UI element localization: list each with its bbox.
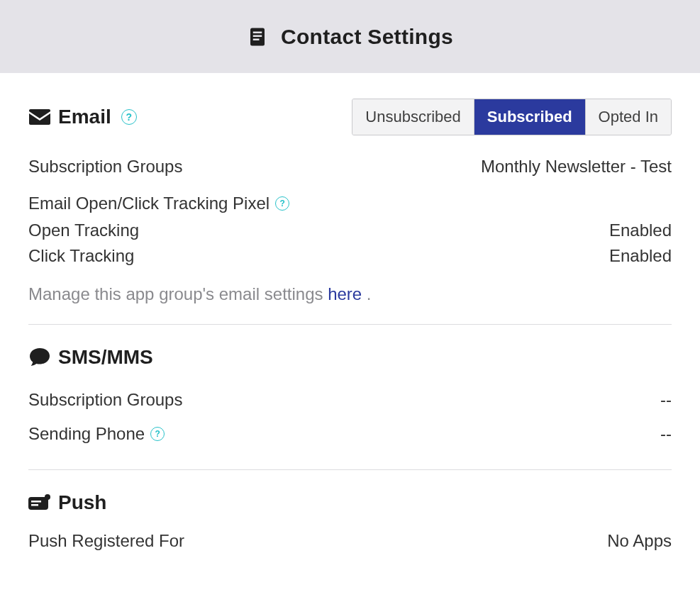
email-subscription-groups-label: Subscription Groups <box>28 157 182 177</box>
segment-unsubscribed[interactable]: Unsubscribed <box>352 99 474 135</box>
sms-section-head: SMS/MMS <box>28 346 672 369</box>
sms-section: SMS/MMS Subscription Groups -- Sending P… <box>28 346 672 470</box>
click-tracking-value: Enabled <box>609 246 672 266</box>
email-section: Email ? Unsubscribed Subscribed Opted In… <box>28 99 672 325</box>
sms-subscription-groups-value: -- <box>660 390 672 410</box>
click-tracking-label: Click Tracking <box>28 246 134 266</box>
open-tracking-label: Open Tracking <box>28 221 139 240</box>
manage-email-settings-link[interactable]: here <box>328 284 362 303</box>
email-title: Email <box>58 106 111 128</box>
email-subscription-toggle: Unsubscribed Subscribed Opted In <box>352 99 672 135</box>
sending-phone-help-icon[interactable]: ? <box>150 427 165 441</box>
sending-phone-value: -- <box>660 424 672 444</box>
sending-phone-row: Sending Phone ? -- <box>28 417 672 451</box>
envelope-icon <box>28 109 51 125</box>
email-tracking-pixel-row: Email Open/Click Tracking Pixel ? <box>28 194 672 213</box>
divider <box>28 324 672 325</box>
segment-subscribed[interactable]: Subscribed <box>474 99 586 135</box>
email-section-header-row: Email ? Unsubscribed Subscribed Opted In <box>28 99 672 135</box>
svg-point-7 <box>45 494 50 500</box>
manage-suffix: . <box>362 284 371 303</box>
sms-subscription-groups-label: Subscription Groups <box>28 390 182 410</box>
page-header: Contact Settings <box>0 0 700 73</box>
sending-phone-label: Sending Phone <box>28 424 145 444</box>
push-registered-row: Push Registered For No Apps <box>28 528 672 554</box>
svg-rect-4 <box>28 497 48 510</box>
click-tracking-row: Click Tracking Enabled <box>28 243 672 269</box>
sending-phone-label-wrap: Sending Phone ? <box>28 424 165 444</box>
sms-subscription-groups-row: Subscription Groups -- <box>28 383 672 417</box>
open-tracking-row: Open Tracking Enabled <box>28 218 672 243</box>
segment-opted-in[interactable]: Opted In <box>586 99 671 135</box>
email-section-head: Email ? <box>28 106 137 128</box>
push-title: Push <box>58 491 106 514</box>
svg-rect-6 <box>31 504 38 506</box>
push-registered-value: No Apps <box>607 531 672 551</box>
contact-settings-icon <box>247 26 268 48</box>
tracking-pixel-help-icon[interactable]: ? <box>275 196 289 211</box>
push-section: Push Push Registered For No Apps <box>28 491 672 554</box>
page-title: Contact Settings <box>281 25 453 49</box>
svg-rect-3 <box>253 38 260 40</box>
svg-rect-1 <box>253 31 262 33</box>
speech-bubble-icon <box>28 347 51 367</box>
content-area: Email ? Unsubscribed Subscribed Opted In… <box>0 73 700 582</box>
push-notification-icon <box>28 494 51 511</box>
sms-title: SMS/MMS <box>58 346 153 369</box>
email-tracking-pixel-label: Email Open/Click Tracking Pixel <box>28 194 270 213</box>
manage-prefix: Manage this app group's email settings <box>28 284 328 303</box>
email-subscription-groups-row: Subscription Groups Monthly Newsletter -… <box>28 154 672 179</box>
email-subscription-groups-value: Monthly Newsletter - Test <box>481 157 672 177</box>
svg-rect-2 <box>253 35 262 37</box>
open-tracking-value: Enabled <box>609 221 672 240</box>
svg-rect-5 <box>31 501 41 503</box>
manage-email-settings-line: Manage this app group's email settings h… <box>28 284 672 304</box>
push-registered-label: Push Registered For <box>28 531 184 551</box>
push-section-head: Push <box>28 491 672 514</box>
email-help-icon[interactable]: ? <box>121 109 137 125</box>
divider <box>28 469 672 470</box>
